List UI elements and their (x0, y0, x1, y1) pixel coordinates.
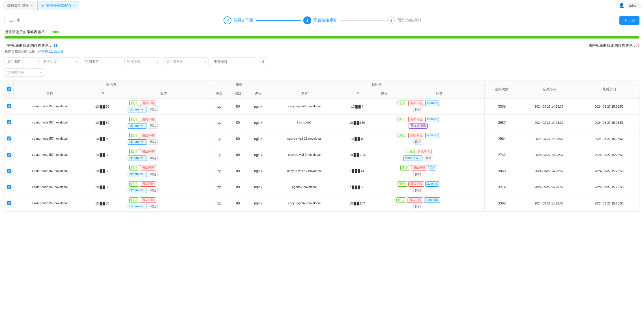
visitor-ip-cell: 1█.█.█.41 (340, 163, 375, 179)
tab-policy-config[interactable]: ↻ 范围外策略配置 ✕ (37, 1, 79, 10)
user-avatar-icon[interactable]: 👤 (619, 3, 624, 8)
conn-count-placeholder: 连接次数... (127, 59, 143, 64)
unmatched-label: 未匹配策略规则的连接关系： (589, 43, 636, 48)
provider-tags-cell: 四川测试环境bitnami-w...网站 (118, 163, 209, 179)
visitor-ip-cell: 10.█.█.4 (340, 99, 375, 115)
visitor-process-cell (375, 99, 394, 115)
step-navigation: 上一步 ✓ 选择访问组 2 配置策略规则 3 (5, 16, 639, 25)
step-2: 2 配置策略规则 (303, 16, 337, 24)
filter-info-selected: 已选择 11 条流量 (38, 50, 64, 54)
conn-count-filter[interactable]: 连接次数... ▲ ▼ (124, 57, 161, 66)
visitor-name-cell: caoyue-yali-9.novalocal (269, 147, 340, 163)
provider-tags-cell: 四川测试环境bitnami-w...网站 (118, 115, 209, 131)
provider-ip-cell: 10.█.█.50 (86, 131, 118, 147)
matched-count: 11 (53, 43, 57, 48)
protocol-select[interactable]: 服务协议 ▾ (41, 57, 80, 66)
protocol-cell: tcp (209, 115, 228, 131)
process-cell: nginx (247, 115, 269, 131)
port-cell: 80 (228, 147, 247, 163)
step-1-circle: ✓ (224, 16, 231, 24)
stats-matched: 已匹配策略规则的连接关系： 11 (5, 43, 57, 48)
provider-tags-cell: 四川测试环境bitnami-w...网站 (118, 131, 209, 147)
row-checkbox-6[interactable] (7, 201, 11, 205)
service-port-input[interactable] (211, 57, 256, 66)
main-content: 上一步 ✓ 选择访问组 2 配置策略规则 3 (0, 11, 644, 324)
table-row: cs-uat-node157.novalocal 10.█.█.50 四川测试环… (5, 179, 639, 195)
table-row: cs-uat-node157.novalocal 10.█.█.50 四川测试环… (5, 147, 639, 163)
first-visit-cell: 2024-03-27 14:23:37 (519, 195, 579, 212)
protocol-cell: tcp (209, 99, 228, 115)
visitor-role-arrow-icon: ▾ (40, 71, 42, 74)
provider-role-select[interactable]: 提供者角色 ▾ (164, 57, 209, 66)
coverage-label: 流量筛选后的策略覆盖率： (5, 29, 49, 35)
port-cell: 80 (228, 115, 247, 131)
filter-row-2: 访问者角色 ▾ (5, 68, 639, 77)
tab-close-active-icon[interactable]: ✕ (73, 4, 76, 7)
visitor-name-cell: caoyue-yali-23.novalocal (269, 131, 340, 147)
filter-row-1: 服务协议 ▾ 连接次数... ▲ ▼ 提供者角色 ▾ ↺ (5, 57, 639, 66)
conn-count-cell: 3368 (485, 195, 519, 212)
visitor-tags-cell: 湖北测试环境apache网站 (394, 179, 485, 195)
conn-count-cell: 3058 (485, 163, 519, 179)
row-checkbox-5[interactable] (7, 185, 11, 189)
prev-button[interactable]: 上一步 (5, 16, 25, 25)
table-body: cs-uat-node157.novalocal 10.█.█.50 四川测试环… (5, 99, 639, 212)
tab-label-active: 范围外策略配置 (46, 3, 72, 8)
filter-info: 筛选策略规则的流量 已选择 11 条流量 (5, 49, 639, 54)
tab-close-icon[interactable]: ✕ (31, 4, 33, 7)
process-cell: nginx (247, 147, 269, 163)
provider-name-cell: cs-uat-node157.novalocal (14, 115, 86, 131)
conn-count-cell: 2964 (485, 131, 519, 147)
provider-name-cell: cs-uat-node157.novalocal (14, 179, 86, 195)
step-line-2 (340, 20, 385, 21)
coverage-row: 流量筛选后的策略覆盖率： 100% (5, 29, 639, 35)
visitor-name-cell: agent-2.novalocal (269, 179, 340, 195)
filter-info-label: 筛选策略规则的流量 (5, 50, 35, 54)
provider-ip-input[interactable] (5, 57, 38, 66)
row-checkbox-1[interactable] (7, 120, 11, 124)
stats-row: 已匹配策略规则的连接关系： 11 未匹配策略规则的连接关系： 0 (5, 43, 639, 48)
visitor-name-cell: caoyue-yali-1.novalocal (269, 99, 340, 115)
next-button[interactable]: 下一步 (619, 16, 639, 25)
visitor-process-cell (375, 195, 394, 212)
select-all-checkbox[interactable] (7, 87, 11, 91)
row-checkbox-0[interactable] (7, 104, 11, 108)
data-table: 提供者 服务 访问者 连接次数 首次访问 最后访问 (5, 80, 639, 212)
service-group-header: 服务 (209, 80, 269, 89)
visitor-process-cell (375, 163, 394, 179)
col-protocol: 协议 (209, 89, 228, 99)
visitor-ip-input[interactable] (83, 57, 122, 66)
table-group-header: 提供者 服务 访问者 连接次数 首次访问 最后访问 (5, 80, 639, 89)
col-visitor-ip: IP (340, 89, 375, 99)
matched-label: 已匹配策略规则的连接关系： (5, 43, 52, 48)
last-visit-cell: 2024-03-27 15:23:53 (579, 163, 639, 179)
row-checkbox-3[interactable] (7, 153, 11, 157)
step-3-num: 3 (390, 18, 392, 23)
provider-ip-cell: 10.█.█.50 (86, 115, 118, 131)
tab-label: 微隔离生成器 (7, 3, 29, 8)
step-1-check: ✓ (226, 18, 229, 23)
protocol-placeholder: 服务协议 (43, 59, 57, 64)
tab-microsegmentation[interactable]: 微隔离生成器 ✕ (3, 1, 36, 10)
col-provider-name: 名称 (14, 89, 86, 99)
row-checkbox-4[interactable] (7, 169, 11, 173)
row-checkbox-2[interactable] (7, 137, 11, 140)
visitor-role-select[interactable]: 访问者角色 ▾ (5, 68, 44, 77)
port-cell: 80 (228, 131, 247, 147)
provider-name-cell: cs-uat-node157.novalocal (14, 99, 86, 115)
stats-unmatched: 未匹配策略规则的连接关系： 0 (589, 43, 639, 48)
protocol-cell: tcp (209, 131, 228, 147)
provider-name-cell: cs-uat-node157.novalocal (14, 131, 86, 147)
refresh-button[interactable]: ↺ (259, 57, 267, 66)
progress-bar-fill (5, 36, 639, 39)
conn-count-cell: 2742 (485, 147, 519, 163)
visitor-process-cell (375, 179, 394, 195)
table-row: cs-uat-node157.novalocal 10.█.█.50 四川测试环… (5, 163, 639, 179)
first-visit-cell: 2024-03-27 14:23:37 (519, 115, 579, 131)
coverage-percent: 100% (51, 30, 60, 34)
provider-tags-cell: 四川测试环境bitnami-w...网站 (118, 147, 209, 163)
provider-ip-cell: 10.█.█.50 (86, 147, 118, 163)
unmatched-count: 0 (637, 43, 639, 48)
header-right: 👤 admin (619, 3, 641, 8)
process-cell: nginx (247, 179, 269, 195)
